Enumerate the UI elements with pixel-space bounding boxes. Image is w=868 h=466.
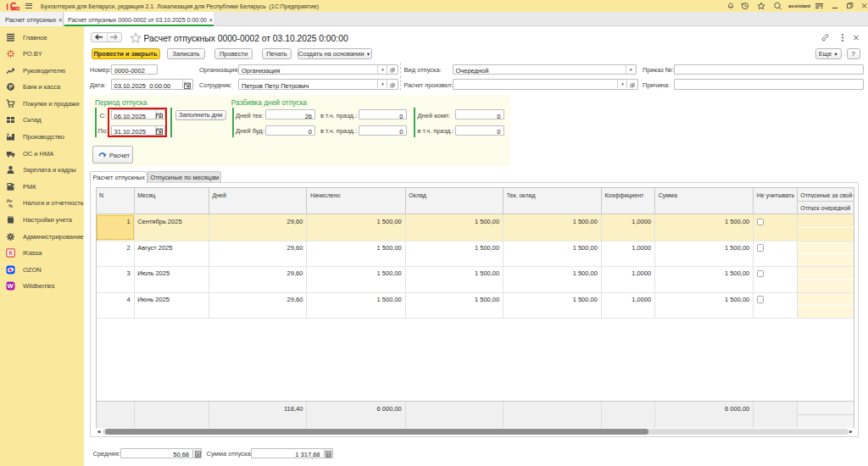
- svg-text:W: W: [8, 283, 14, 291]
- svg-text:assistant: assistant: [788, 3, 810, 8]
- svg-text:P: P: [8, 84, 13, 90]
- svg-text:%: %: [8, 203, 13, 208]
- svg-text:К: К: [8, 249, 13, 257]
